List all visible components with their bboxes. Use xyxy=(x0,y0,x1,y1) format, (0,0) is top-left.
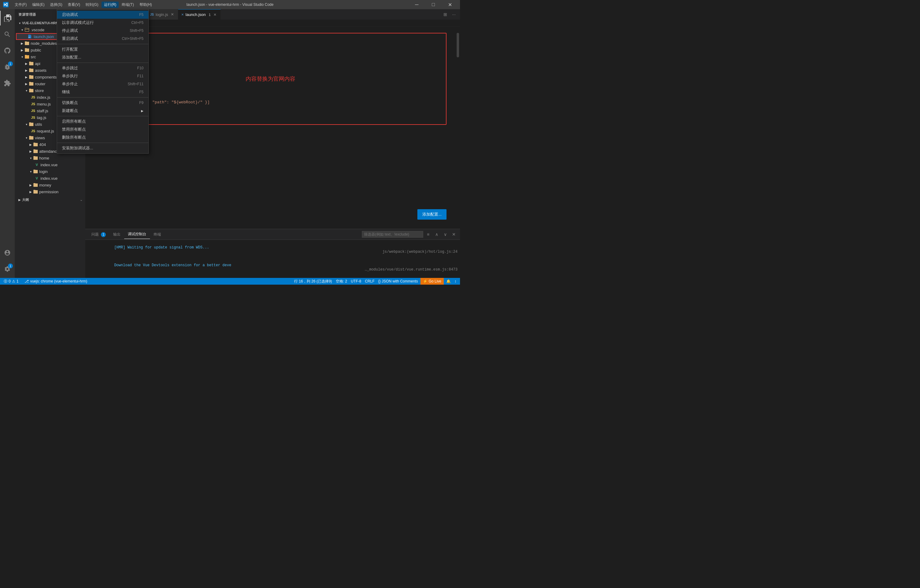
vscode-logo xyxy=(3,2,8,7)
menu-view[interactable]: 查看(V) xyxy=(65,2,83,8)
menu-new-breakpoint[interactable]: 新建断点 ▶ xyxy=(57,107,148,115)
attendance-arrow: ▶ xyxy=(28,149,33,154)
panel-up-button[interactable]: ∧ xyxy=(433,231,441,238)
views-arrow: ▾ xyxy=(24,135,29,140)
status-spaces[interactable]: 空格: 2 xyxy=(335,278,348,285)
status-errors[interactable]: ⓪ 0 ⚠ 1 xyxy=(2,278,19,285)
root-arrow: ▾ xyxy=(17,21,22,26)
terminal-text-1: [HMR] Waiting for update signal from WDS… xyxy=(114,245,209,249)
home-index-label: index.vue xyxy=(40,162,85,167)
menu-step-into[interactable]: 单步执行 F11 xyxy=(57,72,148,80)
menu-open-config[interactable]: 打开配置 xyxy=(57,45,148,53)
panel-filter-input[interactable] xyxy=(362,231,423,238)
settings-badge: 1 xyxy=(8,264,13,268)
tree-home[interactable]: ▾ home xyxy=(15,155,85,161)
status-sync[interactable]: ↕ xyxy=(453,278,458,285)
utils-icon xyxy=(29,122,34,127)
panel-tab-problems[interactable]: 问题 1 xyxy=(88,230,110,239)
menu-select[interactable]: 选择(S) xyxy=(47,2,65,8)
install-debugger-label: 安装附加调试器... xyxy=(62,146,93,151)
tab-login-js[interactable]: JS login.js ✕ xyxy=(147,9,178,19)
panel-tab-terminal[interactable]: 终端 xyxy=(150,230,165,239)
terminal-text-2: Download the Vue Devtools extension for … xyxy=(114,263,231,267)
menu-enable-all-bp[interactable]: 启用所有断点 xyxy=(57,117,148,125)
activity-source-control[interactable] xyxy=(0,43,15,58)
activity-search[interactable] xyxy=(0,27,15,42)
menu-help[interactable]: 帮助(H) xyxy=(137,2,155,8)
close-button[interactable]: ✕ xyxy=(443,0,457,9)
router-icon xyxy=(29,81,34,86)
tree-permission[interactable]: ▶ permission xyxy=(15,188,85,195)
menu-remove-all-bp[interactable]: 删除所有断点 xyxy=(57,133,148,141)
activity-explorer[interactable] xyxy=(0,11,15,26)
maximize-button[interactable]: □ xyxy=(426,0,441,9)
store-staff-icon: JS xyxy=(31,108,36,113)
tree-login[interactable]: ▾ login xyxy=(15,168,85,175)
title-bar: 文件(F) 编辑(E) 选择(S) 查看(V) 转到(G) 运行(R) 终端(T… xyxy=(0,0,460,9)
menu-disable-all-bp[interactable]: 禁用所有断点 xyxy=(57,125,148,133)
menu-start-debug[interactable]: 启动调试 F5 xyxy=(57,11,148,19)
tab-launch-json[interactable]: ✕ launch.json 1 ✕ xyxy=(178,9,221,19)
activity-settings[interactable]: 1 xyxy=(0,262,15,276)
eol-text: CRLF xyxy=(365,279,374,283)
menu-goto[interactable]: 转到(G) xyxy=(83,2,100,8)
menu-step-out[interactable]: 单步停止 Shift+F11 xyxy=(57,80,148,88)
panel-down-button[interactable]: ∨ xyxy=(442,231,449,238)
editor-scrollbar[interactable] xyxy=(456,27,460,229)
terminal-link-2[interactable]: …_modules/vue/dist/vue.runtime.esm.js:84… xyxy=(365,267,458,272)
status-encoding[interactable]: UTF-8 xyxy=(350,278,363,285)
menu-terminal[interactable]: 终端(T) xyxy=(119,2,136,8)
activity-debug[interactable]: 1 xyxy=(0,60,15,74)
menu-add-config[interactable]: 添加配置... xyxy=(57,53,148,62)
menu-run-no-debug[interactable]: 以非调试模式运行 Ctrl+F5 xyxy=(57,19,148,27)
status-eol[interactable]: CRLF xyxy=(364,278,376,285)
tab-launch-json-close[interactable]: ✕ xyxy=(212,12,217,17)
activity-extensions[interactable] xyxy=(0,76,15,91)
menu-step-over[interactable]: 单步跳过 F10 xyxy=(57,64,148,72)
menu-edit[interactable]: 编辑(E) xyxy=(30,2,47,8)
assets-icon xyxy=(29,68,34,73)
panel-menu-button[interactable]: ≡ xyxy=(424,231,432,238)
menu-bar: 文件(F) 编辑(E) 选择(S) 查看(V) 转到(G) 运行(R) 终端(T… xyxy=(12,2,154,8)
layout-button[interactable]: ⊞ xyxy=(442,11,449,18)
assets-arrow: ▶ xyxy=(24,68,29,73)
login-icon xyxy=(33,169,38,174)
menu-toggle-breakpoint[interactable]: 切换断点 F9 xyxy=(57,99,148,107)
status-position[interactable]: 行 16，列 26 (已选择9) xyxy=(293,278,333,285)
api-icon xyxy=(29,61,34,66)
menu-restart-debug[interactable]: 重启调试 Ctrl+Shift+F5 xyxy=(57,35,148,43)
status-go-live[interactable]: ⚡ Go Live xyxy=(420,278,444,285)
public-arrow: ▶ xyxy=(19,47,24,52)
stop-debug-shortcut: Shift+F5 xyxy=(130,29,144,33)
status-notifications[interactable]: 🔔 xyxy=(445,278,452,285)
panel-tab-output[interactable]: 输出 xyxy=(110,230,124,239)
menu-run[interactable]: 运行(R) xyxy=(102,2,119,8)
more-tabs-button[interactable]: ··· xyxy=(450,11,458,18)
new-bp-arrow: ▶ xyxy=(141,109,144,113)
code-line-5: ${webRoot}/*" xyxy=(100,63,441,70)
add-config-button[interactable]: 添加配置... xyxy=(417,209,447,220)
start-debug-label: 启动调试 xyxy=(62,12,78,18)
terminal-link-1[interactable]: js/webpack:(webpack)/hot/log.js:24 xyxy=(382,249,458,254)
menu-install-debugger[interactable]: 安装附加调试器... xyxy=(57,144,148,152)
tab-login-js-close[interactable]: ✕ xyxy=(170,12,175,17)
problems-badge: 1 xyxy=(101,232,106,237)
menu-stop-debug[interactable]: 停止调试 Shift+F5 xyxy=(57,27,148,35)
tree-outline[interactable]: ▶ 大纲 ⌄ xyxy=(15,196,85,203)
tree-home-index[interactable]: V index.vue xyxy=(15,161,85,168)
menu-sep-3 xyxy=(57,97,148,97)
status-branch[interactable]: ⎇ vuejs: chrome (vue-elementui-hrm) xyxy=(23,278,88,285)
scroll-thumb[interactable] xyxy=(457,33,459,57)
menu-continue[interactable]: 继续 F5 xyxy=(57,88,148,96)
tree-money[interactable]: ▶ money xyxy=(15,181,85,188)
status-language[interactable]: {} JSON with Comments xyxy=(377,278,419,285)
node-modules-icon xyxy=(24,41,29,46)
panel-close-button[interactable]: ✕ xyxy=(450,231,458,238)
activity-account[interactable] xyxy=(0,245,15,260)
tree-login-index[interactable]: V index.vue xyxy=(15,175,85,181)
panel-tab-debug-console[interactable]: 调试控制台 xyxy=(124,230,150,239)
menu-sep-4 xyxy=(57,116,148,116)
menu-file[interactable]: 文件(F) xyxy=(12,2,29,8)
menu-sep-5 xyxy=(57,143,148,143)
minimize-button[interactable]: ─ xyxy=(410,0,424,9)
